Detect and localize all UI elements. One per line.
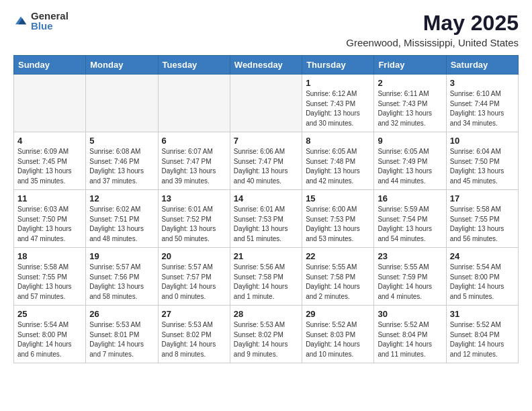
calendar-cell: 9Sunrise: 6:05 AM Sunset: 7:49 PM Daylig… <box>374 132 446 190</box>
day-info: Sunrise: 6:12 AM Sunset: 7:43 PM Dayligh… <box>306 89 370 128</box>
day-number: 10 <box>450 136 515 146</box>
day-info: Sunrise: 5:57 AM Sunset: 7:57 PM Dayligh… <box>162 263 226 302</box>
day-number: 3 <box>450 78 515 88</box>
day-number: 5 <box>89 136 154 146</box>
header-monday: Monday <box>86 56 158 75</box>
calendar-cell: 14Sunrise: 6:01 AM Sunset: 7:53 PM Dayli… <box>230 190 302 248</box>
day-number: 15 <box>306 193 370 203</box>
calendar-cell: 25Sunrise: 5:54 AM Sunset: 8:00 PM Dayli… <box>14 306 86 363</box>
day-info: Sunrise: 5:54 AM Sunset: 8:00 PM Dayligh… <box>450 263 515 302</box>
day-info: Sunrise: 6:00 AM Sunset: 7:53 PM Dayligh… <box>306 205 370 244</box>
day-info: Sunrise: 6:09 AM Sunset: 7:45 PM Dayligh… <box>17 147 82 186</box>
calendar-cell: 29Sunrise: 5:52 AM Sunset: 8:03 PM Dayli… <box>302 306 374 363</box>
day-info: Sunrise: 5:52 AM Sunset: 8:04 PM Dayligh… <box>450 320 515 359</box>
logo-text: General Blue <box>31 11 69 31</box>
day-info: Sunrise: 6:07 AM Sunset: 7:47 PM Dayligh… <box>162 147 226 186</box>
calendar-cell: 11Sunrise: 6:03 AM Sunset: 7:50 PM Dayli… <box>14 190 86 248</box>
calendar-cell: 21Sunrise: 5:56 AM Sunset: 7:58 PM Dayli… <box>230 248 302 306</box>
header-wednesday: Wednesday <box>230 56 302 75</box>
day-number: 18 <box>17 251 82 261</box>
day-number: 21 <box>234 251 298 261</box>
calendar-cell: 10Sunrise: 6:04 AM Sunset: 7:50 PM Dayli… <box>446 132 518 190</box>
day-number: 2 <box>378 78 442 88</box>
day-number: 27 <box>162 309 226 319</box>
day-number: 30 <box>378 309 442 319</box>
calendar-cell: 31Sunrise: 5:52 AM Sunset: 8:04 PM Dayli… <box>446 306 518 363</box>
day-number: 11 <box>17 193 82 203</box>
day-number: 14 <box>234 193 298 203</box>
weekday-header-row: Sunday Monday Tuesday Wednesday Thursday… <box>14 56 519 75</box>
day-info: Sunrise: 6:08 AM Sunset: 7:46 PM Dayligh… <box>89 147 154 186</box>
day-info: Sunrise: 5:53 AM Sunset: 8:02 PM Dayligh… <box>162 320 226 359</box>
day-number: 22 <box>306 251 370 261</box>
day-number: 23 <box>378 251 442 261</box>
day-number: 6 <box>162 136 226 146</box>
calendar-cell <box>158 75 230 132</box>
day-info: Sunrise: 6:01 AM Sunset: 7:52 PM Dayligh… <box>162 205 226 244</box>
calendar-cell: 19Sunrise: 5:57 AM Sunset: 7:56 PM Dayli… <box>86 248 158 306</box>
day-info: Sunrise: 5:58 AM Sunset: 7:55 PM Dayligh… <box>450 205 515 244</box>
calendar-cell <box>14 75 86 132</box>
day-number: 9 <box>378 136 442 146</box>
calendar-subtitle: Greenwood, Mississippi, United States <box>346 37 519 48</box>
day-number: 29 <box>306 309 370 319</box>
day-number: 24 <box>450 251 515 261</box>
calendar-week-1: 4Sunrise: 6:09 AM Sunset: 7:45 PM Daylig… <box>14 132 519 190</box>
calendar-cell: 7Sunrise: 6:06 AM Sunset: 7:47 PM Daylig… <box>230 132 302 190</box>
day-number: 17 <box>450 193 515 203</box>
day-info: Sunrise: 5:52 AM Sunset: 8:03 PM Dayligh… <box>306 320 370 359</box>
calendar-cell: 2Sunrise: 6:11 AM Sunset: 7:43 PM Daylig… <box>374 75 446 132</box>
calendar-cell: 26Sunrise: 5:53 AM Sunset: 8:01 PM Dayli… <box>86 306 158 363</box>
logo-icon <box>13 13 28 28</box>
day-info: Sunrise: 5:56 AM Sunset: 7:58 PM Dayligh… <box>234 263 298 302</box>
day-info: Sunrise: 6:11 AM Sunset: 7:43 PM Dayligh… <box>378 89 442 128</box>
calendar-week-3: 18Sunrise: 5:58 AM Sunset: 7:55 PM Dayli… <box>14 248 519 306</box>
calendar-cell: 5Sunrise: 6:08 AM Sunset: 7:46 PM Daylig… <box>86 132 158 190</box>
day-number: 4 <box>17 136 82 146</box>
calendar-title: May 2025 <box>346 11 519 36</box>
day-info: Sunrise: 6:03 AM Sunset: 7:50 PM Dayligh… <box>17 205 82 244</box>
calendar-week-4: 25Sunrise: 5:54 AM Sunset: 8:00 PM Dayli… <box>14 306 519 363</box>
day-number: 12 <box>89 193 154 203</box>
header-tuesday: Tuesday <box>158 56 230 75</box>
day-number: 1 <box>306 78 370 88</box>
calendar-cell: 8Sunrise: 6:05 AM Sunset: 7:48 PM Daylig… <box>302 132 374 190</box>
day-number: 7 <box>234 136 298 146</box>
calendar-cell: 16Sunrise: 5:59 AM Sunset: 7:54 PM Dayli… <box>374 190 446 248</box>
day-info: Sunrise: 5:53 AM Sunset: 8:01 PM Dayligh… <box>89 320 154 359</box>
title-block: May 2025 Greenwood, Mississippi, United … <box>346 11 519 48</box>
calendar-cell: 23Sunrise: 5:55 AM Sunset: 7:59 PM Dayli… <box>374 248 446 306</box>
day-info: Sunrise: 5:57 AM Sunset: 7:56 PM Dayligh… <box>89 263 154 302</box>
day-info: Sunrise: 5:58 AM Sunset: 7:55 PM Dayligh… <box>17 263 82 302</box>
logo-general-text: General <box>31 11 69 21</box>
calendar-cell: 6Sunrise: 6:07 AM Sunset: 7:47 PM Daylig… <box>158 132 230 190</box>
header: General Blue May 2025 Greenwood, Mississ… <box>13 11 519 48</box>
calendar-week-0: 1Sunrise: 6:12 AM Sunset: 7:43 PM Daylig… <box>14 75 519 132</box>
calendar-cell: 24Sunrise: 5:54 AM Sunset: 8:00 PM Dayli… <box>446 248 518 306</box>
day-number: 20 <box>162 251 226 261</box>
day-info: Sunrise: 5:55 AM Sunset: 7:59 PM Dayligh… <box>378 263 442 302</box>
day-number: 28 <box>234 309 298 319</box>
calendar-cell: 13Sunrise: 6:01 AM Sunset: 7:52 PM Dayli… <box>158 190 230 248</box>
day-number: 13 <box>162 193 226 203</box>
day-info: Sunrise: 6:01 AM Sunset: 7:53 PM Dayligh… <box>234 205 298 244</box>
day-number: 25 <box>17 309 82 319</box>
calendar-cell: 4Sunrise: 6:09 AM Sunset: 7:45 PM Daylig… <box>14 132 86 190</box>
day-info: Sunrise: 5:52 AM Sunset: 8:04 PM Dayligh… <box>378 320 442 359</box>
calendar-cell: 18Sunrise: 5:58 AM Sunset: 7:55 PM Dayli… <box>14 248 86 306</box>
header-saturday: Saturday <box>446 56 518 75</box>
day-info: Sunrise: 5:53 AM Sunset: 8:02 PM Dayligh… <box>234 320 298 359</box>
day-info: Sunrise: 5:55 AM Sunset: 7:58 PM Dayligh… <box>306 263 370 302</box>
day-info: Sunrise: 5:54 AM Sunset: 8:00 PM Dayligh… <box>17 320 82 359</box>
page: General Blue May 2025 Greenwood, Mississ… <box>0 0 532 374</box>
calendar-week-2: 11Sunrise: 6:03 AM Sunset: 7:50 PM Dayli… <box>14 190 519 248</box>
calendar-cell: 27Sunrise: 5:53 AM Sunset: 8:02 PM Dayli… <box>158 306 230 363</box>
calendar-cell: 12Sunrise: 6:02 AM Sunset: 7:51 PM Dayli… <box>86 190 158 248</box>
day-info: Sunrise: 6:02 AM Sunset: 7:51 PM Dayligh… <box>89 205 154 244</box>
day-number: 26 <box>89 309 154 319</box>
calendar-cell: 3Sunrise: 6:10 AM Sunset: 7:44 PM Daylig… <box>446 75 518 132</box>
logo-blue-text: Blue <box>31 21 69 31</box>
calendar-table: Sunday Monday Tuesday Wednesday Thursday… <box>13 55 519 363</box>
header-friday: Friday <box>374 56 446 75</box>
calendar-cell: 17Sunrise: 5:58 AM Sunset: 7:55 PM Dayli… <box>446 190 518 248</box>
